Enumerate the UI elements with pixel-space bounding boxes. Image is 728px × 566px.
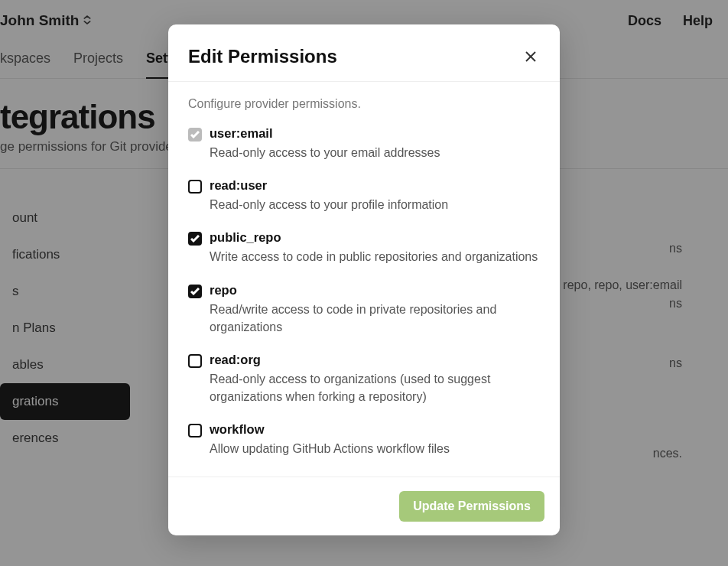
permission-row: workflow Allow updating GitHub Actions w… [188,422,540,457]
permission-name: workflow [210,422,540,437]
permission-row: read:user Read-only access to your profi… [188,178,540,213]
checkbox-workflow[interactable] [188,424,202,438]
permission-name: public_repo [210,230,540,245]
permission-name: repo [210,283,540,298]
checkbox-repo[interactable] [188,285,202,298]
checkbox-read-user[interactable] [188,180,202,194]
checkbox-user-email [188,128,202,142]
close-button[interactable] [522,47,540,66]
permission-desc: Read-only access to your profile informa… [210,196,540,213]
permission-desc: Read-only access to organizations (used … [210,370,540,405]
checkbox-read-org[interactable] [188,354,202,368]
permission-row: repo Read/write access to code in privat… [188,283,540,336]
close-icon [524,50,538,63]
permission-name: read:org [210,353,540,367]
permission-row: user:email Read-only access to your emai… [188,126,540,161]
permission-desc: Allow updating GitHub Actions workflow f… [210,440,540,457]
edit-permissions-modal: Edit Permissions Configure provider perm… [168,24,560,535]
checkbox-public-repo[interactable] [188,232,202,246]
permission-desc: Read/write access to code in private rep… [210,301,540,336]
permission-desc: Write access to code in public repositor… [210,248,540,265]
modal-description: Configure provider permissions. [188,97,540,111]
update-permissions-button[interactable]: Update Permissions [399,491,544,522]
permission-name: read:user [210,178,540,193]
permission-row: public_repo Write access to code in publ… [188,230,540,265]
permission-row: read:org Read-only access to organizatio… [188,353,540,405]
permission-desc: Read-only access to your email addresses [210,144,540,161]
modal-title: Edit Permissions [188,46,337,67]
permission-name: user:email [210,126,540,141]
